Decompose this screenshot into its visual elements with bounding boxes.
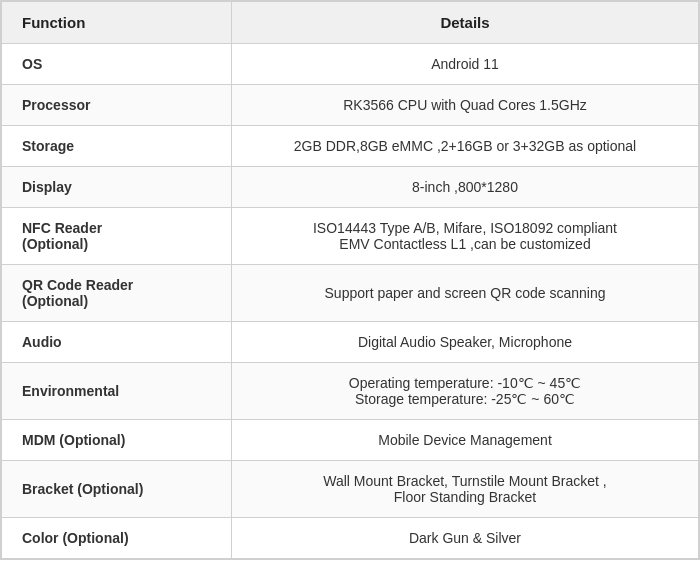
- row-function: Storage: [2, 126, 232, 167]
- row-details: Mobile Device Management: [232, 420, 699, 461]
- row-function: Color (Optional): [2, 518, 232, 559]
- table-row: Color (Optional)Dark Gun & Silver: [2, 518, 699, 559]
- table-row: QR Code Reader(Optional)Support paper an…: [2, 265, 699, 322]
- table-row: MDM (Optional) Mobile Device Management: [2, 420, 699, 461]
- row-details: Dark Gun & Silver: [232, 518, 699, 559]
- row-function: Audio: [2, 322, 232, 363]
- row-details: ISO14443 Type A/B, Mifare, ISO18092 comp…: [232, 208, 699, 265]
- row-function: OS: [2, 44, 232, 85]
- table-row: Display8-inch ,800*1280: [2, 167, 699, 208]
- row-details: 8-inch ,800*1280: [232, 167, 699, 208]
- row-function: Environmental: [2, 363, 232, 420]
- table-row: EnvironmentalOperating temperature: -10℃…: [2, 363, 699, 420]
- table-row: Bracket (Optional)Wall Mount Bracket, Tu…: [2, 461, 699, 518]
- row-details: RK3566 CPU with Quad Cores 1.5GHz: [232, 85, 699, 126]
- header-function: Function: [2, 2, 232, 44]
- row-details: Operating temperature: -10℃ ~ 45℃Storage…: [232, 363, 699, 420]
- row-function: QR Code Reader(Optional): [2, 265, 232, 322]
- row-details: Support paper and screen QR code scannin…: [232, 265, 699, 322]
- row-details: Digital Audio Speaker, Microphone: [232, 322, 699, 363]
- row-function: MDM (Optional): [2, 420, 232, 461]
- specs-table: Function Details OSAndroid 11ProcessorRK…: [0, 0, 700, 560]
- row-function: Processor: [2, 85, 232, 126]
- header-details: Details: [232, 2, 699, 44]
- table-row: Storage2GB DDR,8GB eMMC ,2+16GB or 3+32G…: [2, 126, 699, 167]
- row-function: NFC Reader(Optional): [2, 208, 232, 265]
- table-row: OSAndroid 11: [2, 44, 699, 85]
- table-row: ProcessorRK3566 CPU with Quad Cores 1.5G…: [2, 85, 699, 126]
- row-function: Display: [2, 167, 232, 208]
- row-details: 2GB DDR,8GB eMMC ,2+16GB or 3+32GB as op…: [232, 126, 699, 167]
- table-row: AudioDigital Audio Speaker, Microphone: [2, 322, 699, 363]
- table-row: NFC Reader(Optional)ISO14443 Type A/B, M…: [2, 208, 699, 265]
- row-function: Bracket (Optional): [2, 461, 232, 518]
- row-details: Wall Mount Bracket, Turnstile Mount Brac…: [232, 461, 699, 518]
- row-details: Android 11: [232, 44, 699, 85]
